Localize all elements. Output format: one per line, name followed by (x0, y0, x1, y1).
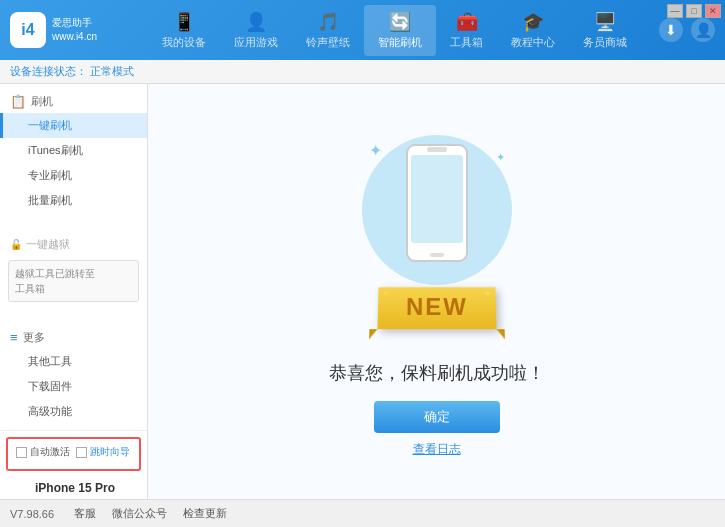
device-details: iPhone 15 Pro Max 512GB iPhone (35, 479, 139, 499)
window-controls: — □ ✕ (667, 4, 721, 18)
svg-rect-1 (411, 155, 463, 243)
ringtone-icon: 🎵 (317, 11, 339, 33)
check-row: 自动激活 跳时向导 (16, 445, 131, 459)
sidebar-section-more: ≡ 更多 其他工具 下载固件 高级功能 (0, 320, 147, 430)
nav-tab-app-games[interactable]: 👤 应用游戏 (220, 5, 292, 56)
minimize-button[interactable]: — (667, 4, 683, 18)
main-layout: 📋 刷机 一键刷机 iTunes刷机 专业刷机 批量刷机 🔓 一键越狱 越狱工具… (0, 84, 725, 499)
success-illustration: ✦ ✦ NEW ✦ ✦ (337, 125, 537, 345)
device-check-area: 自动激活 跳时向导 (6, 437, 141, 471)
new-badge-text: NEW (405, 293, 467, 320)
tutorial-icon: 🎓 (522, 11, 544, 33)
nav-tab-smart-flash[interactable]: 🔄 智能刷机 (364, 5, 436, 56)
sidebar-jailbreak-notice: 越狱工具已跳转至工具箱 (8, 260, 139, 302)
sidebar-item-download-firmware[interactable]: 下载固件 (0, 374, 147, 399)
nav-tab-ringtone[interactable]: 🎵 铃声壁纸 (292, 5, 364, 56)
sidebar-item-one-key-flash[interactable]: 一键刷机 (0, 113, 147, 138)
header: i4 爱思助手 www.i4.cn 📱 我的设备 👤 应用游戏 🎵 铃声壁纸 🔄… (0, 0, 725, 60)
footer-link-wechat[interactable]: 微信公众号 (112, 506, 167, 521)
header-right: ⬇ 👤 (659, 18, 715, 42)
time-guide-box[interactable] (76, 447, 87, 458)
nav-tab-toolbox[interactable]: 🧰 工具箱 (436, 5, 497, 56)
content-area: ✦ ✦ NEW ✦ ✦ (148, 84, 725, 499)
sidebar-item-advanced[interactable]: 高级功能 (0, 399, 147, 424)
close-button[interactable]: ✕ (705, 4, 721, 18)
time-guide-checkbox[interactable]: 跳时向导 (76, 445, 130, 459)
sidebar-item-other-tools[interactable]: 其他工具 (0, 349, 147, 374)
smart-flash-icon: 🔄 (389, 11, 411, 33)
nav-tabs: 📱 我的设备 👤 应用游戏 🎵 铃声壁纸 🔄 智能刷机 🧰 工具箱 🎓 教程中心… (130, 5, 659, 56)
sidebar-section-flash: 📋 刷机 一键刷机 iTunes刷机 专业刷机 批量刷机 (0, 84, 147, 219)
footer-link-service[interactable]: 客服 (74, 506, 96, 521)
confirm-button[interactable]: 确定 (374, 401, 500, 433)
footer-version: V7.98.66 (10, 508, 54, 520)
logo-icon: i4 (10, 12, 46, 48)
nav-tab-tutorial[interactable]: 🎓 教程中心 (497, 5, 569, 56)
my-device-icon: 📱 (173, 11, 195, 33)
footer-link-update[interactable]: 检查更新 (183, 506, 227, 521)
svg-rect-2 (427, 147, 447, 152)
device-info: 📱 iPhone 15 Pro Max 512GB iPhone (0, 475, 147, 499)
sidebar: 📋 刷机 一键刷机 iTunes刷机 专业刷机 批量刷机 🔓 一键越狱 越狱工具… (0, 84, 148, 499)
sparkle-left-icon: ✦ (369, 141, 382, 160)
lock-icon: 🔓 (10, 239, 22, 250)
flash-section-icon: 📋 (10, 94, 26, 109)
sidebar-disabled-jailbreak: 🔓 一键越狱 (0, 233, 147, 256)
sidebar-header-flash[interactable]: 📋 刷机 (0, 90, 147, 113)
sidebar-item-itunes-flash[interactable]: iTunes刷机 (0, 138, 147, 163)
sidebar-header-more[interactable]: ≡ 更多 (0, 326, 147, 349)
nav-tab-my-device[interactable]: 📱 我的设备 (148, 5, 220, 56)
more-section-icon: ≡ (10, 330, 18, 345)
download-button[interactable]: ⬇ (659, 18, 683, 42)
app-games-icon: 👤 (245, 11, 267, 33)
phone-svg (402, 143, 472, 263)
sparkle-right-icon: ✦ (496, 151, 505, 164)
svg-rect-3 (430, 253, 444, 257)
sidebar-item-batch-flash[interactable]: 批量刷机 (0, 188, 147, 213)
new-badge-area: NEW ✦ ✦ (378, 287, 496, 329)
toolbox-icon: 🧰 (456, 11, 478, 33)
user-button[interactable]: 👤 (691, 18, 715, 42)
footer: V7.98.66 客服 微信公众号 检查更新 (0, 499, 725, 527)
sidebar-bottom: 自动激活 跳时向导 📱 iPhone 15 Pro Max 512GB iPho… (0, 430, 147, 499)
auto-activate-checkbox[interactable]: 自动激活 (16, 445, 70, 459)
service-icon: 🖥️ (594, 11, 616, 33)
success-text: 恭喜您，保料刷机成功啦！ (329, 361, 545, 385)
sidebar-section-jailbreak: 🔓 一键越狱 越狱工具已跳转至工具箱 (0, 227, 147, 312)
auto-activate-box[interactable] (16, 447, 27, 458)
footer-links: 客服 微信公众号 检查更新 (74, 506, 227, 521)
logo-text: 爱思助手 www.i4.cn (52, 16, 97, 44)
maximize-button[interactable]: □ (686, 4, 702, 18)
view-log-link[interactable]: 查看日志 (413, 441, 461, 458)
sidebar-item-pro-flash[interactable]: 专业刷机 (0, 163, 147, 188)
breadcrumb: 设备连接状态： 正常模式 (0, 60, 725, 84)
nav-tab-service[interactable]: 🖥️ 务员商城 (569, 5, 641, 56)
logo-area: i4 爱思助手 www.i4.cn (10, 12, 130, 48)
